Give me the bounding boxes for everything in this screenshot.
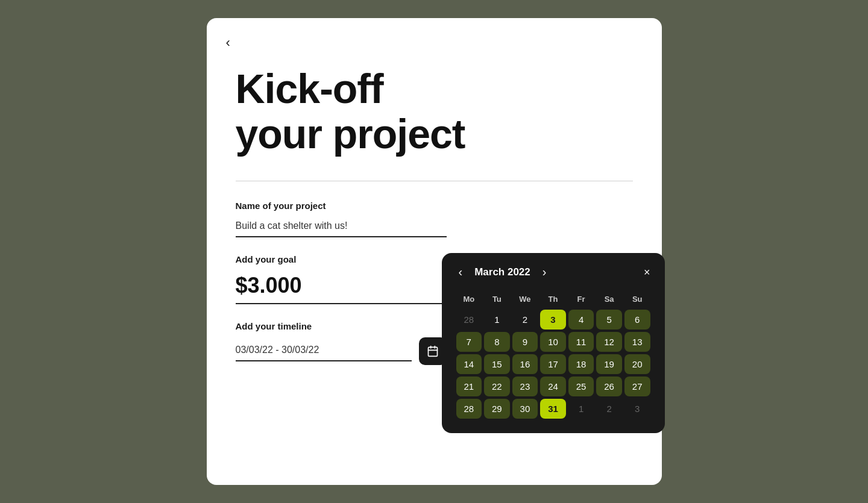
calendar-day[interactable]: 17 [540,354,566,374]
calendar-day-header: Th [540,291,566,307]
calendar-icon [427,345,439,357]
calendar-day[interactable]: 16 [512,354,538,374]
calendar-day[interactable]: 28 [456,310,482,330]
calendar-day[interactable]: 15 [484,354,510,374]
calendar-day[interactable]: 2 [596,399,622,419]
calendar-day[interactable]: 23 [512,376,538,396]
calendar-day[interactable]: 29 [484,399,510,419]
calendar-header: ‹ March 2022 › × [456,265,650,279]
calendar-day[interactable]: 27 [624,376,650,396]
calendar-close-button[interactable]: × [644,267,650,278]
calendar-day[interactable]: 3 [540,310,566,330]
project-name-input[interactable] [236,217,447,237]
calendar-day[interactable]: 28 [456,399,482,419]
svg-rect-0 [428,347,437,356]
calendar-nav: ‹ March 2022 › [456,265,549,279]
calendar-next-button[interactable]: › [540,265,549,279]
calendar-day[interactable]: 6 [624,310,650,330]
calendar-day[interactable]: 26 [596,376,622,396]
calendar-day[interactable]: 30 [512,399,538,419]
calendar-day[interactable]: 14 [456,354,482,374]
calendar-day[interactable]: 9 [512,332,538,352]
calendar-day-header: We [512,291,538,307]
calendar-grid: MoTuWeThFrSaSu28123456789101112131415161… [456,291,650,419]
calendar-day[interactable]: 21 [456,376,482,396]
timeline-input[interactable] [236,341,412,361]
calendar-day[interactable]: 13 [624,332,650,352]
calendar-day-header: Sa [596,291,622,307]
calendar-day[interactable]: 1 [484,310,510,330]
calendar-day[interactable]: 10 [540,332,566,352]
calendar-day[interactable]: 31 [540,399,566,419]
goal-input[interactable] [236,270,447,304]
calendar-day-header: Su [624,291,650,307]
calendar-day[interactable]: 8 [484,332,510,352]
project-name-label: Name of your project [236,201,633,211]
modal: ‹ Kick-off your project Name of your pro… [207,18,662,485]
calendar-day[interactable]: 4 [568,310,594,330]
calendar-day[interactable]: 20 [624,354,650,374]
calendar-day[interactable]: 18 [568,354,594,374]
calendar-day[interactable]: 5 [596,310,622,330]
calendar-day[interactable]: 11 [568,332,594,352]
calendar-day[interactable]: 25 [568,376,594,396]
calendar-day[interactable]: 7 [456,332,482,352]
timeline-row [236,337,447,365]
back-button[interactable]: ‹ [226,35,230,51]
page-title: Kick-off your project [236,66,633,157]
calendar-prev-button[interactable]: ‹ [456,265,465,279]
calendar-month: March 2022 [474,266,530,278]
project-name-section: Name of your project [236,201,633,237]
calendar-day[interactable]: 3 [624,399,650,419]
calendar-day-header: Tu [484,291,510,307]
calendar-day[interactable]: 12 [596,332,622,352]
calendar-day[interactable]: 2 [512,310,538,330]
divider [236,181,633,181]
calendar-day[interactable]: 24 [540,376,566,396]
calendar-day[interactable]: 19 [596,354,622,374]
calendar-day-header: Mo [456,291,482,307]
calendar-day[interactable]: 1 [568,399,594,419]
calendar-day-header: Fr [568,291,594,307]
calendar-day[interactable]: 22 [484,376,510,396]
calendar-popup: ‹ March 2022 › × MoTuWeThFrSaSu281234567… [442,253,665,433]
